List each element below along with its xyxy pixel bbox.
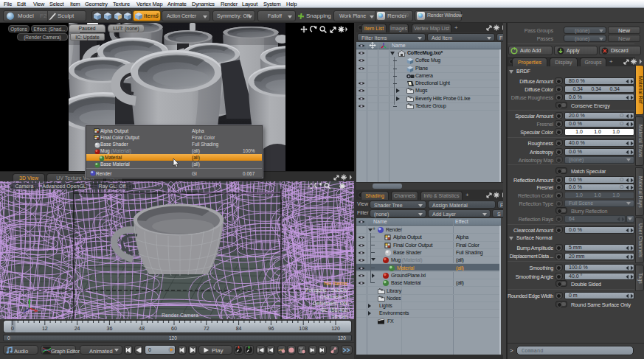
svg-text:24: 24: [75, 326, 80, 331]
svg-text:96: 96: [269, 326, 274, 331]
svg-text:36: 36: [107, 326, 113, 331]
svg-text:60: 60: [171, 326, 177, 331]
svg-text:12: 12: [42, 326, 48, 331]
svg-text:48: 48: [139, 326, 145, 331]
svg-text:108: 108: [299, 326, 308, 331]
svg-text:0: 0: [11, 326, 14, 331]
svg-text:84: 84: [236, 326, 242, 331]
svg-text:72: 72: [204, 326, 210, 331]
svg-text:120: 120: [331, 326, 340, 331]
